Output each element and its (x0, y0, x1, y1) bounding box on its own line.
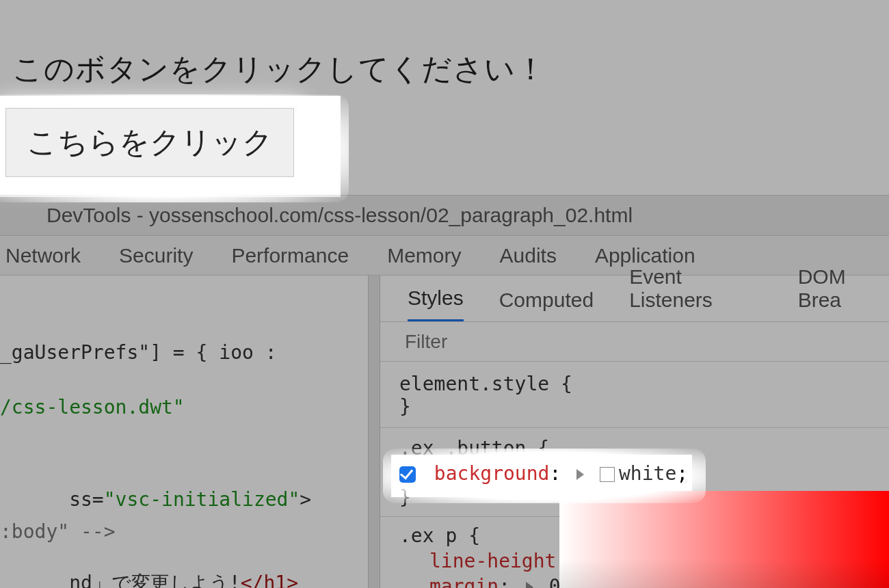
dim-overlay (692, 455, 889, 491)
dim-overlay (0, 497, 559, 588)
color-swatch[interactable] (600, 467, 615, 482)
property-value[interactable]: white (619, 462, 676, 485)
dim-overlay (341, 96, 889, 197)
highlighted-css-line[interactable]: background: white; (399, 462, 688, 485)
property-name[interactable]: background (434, 462, 550, 485)
dim-overlay (0, 0, 889, 96)
click-here-button[interactable]: こちらをクリック (5, 108, 294, 177)
property-enable-checkbox[interactable] (399, 466, 416, 483)
expand-shorthand-icon[interactable] (576, 469, 584, 480)
dim-overlay (0, 197, 889, 455)
color-picker[interactable] (559, 491, 889, 588)
color-field-black-gradient (559, 491, 889, 588)
viewport: このボタンをクリックしてください！ こちらをクリック DevTools - yo… (0, 0, 889, 588)
highlighted-button-layer: こちらをクリック (5, 108, 294, 177)
dim-overlay (0, 455, 391, 497)
